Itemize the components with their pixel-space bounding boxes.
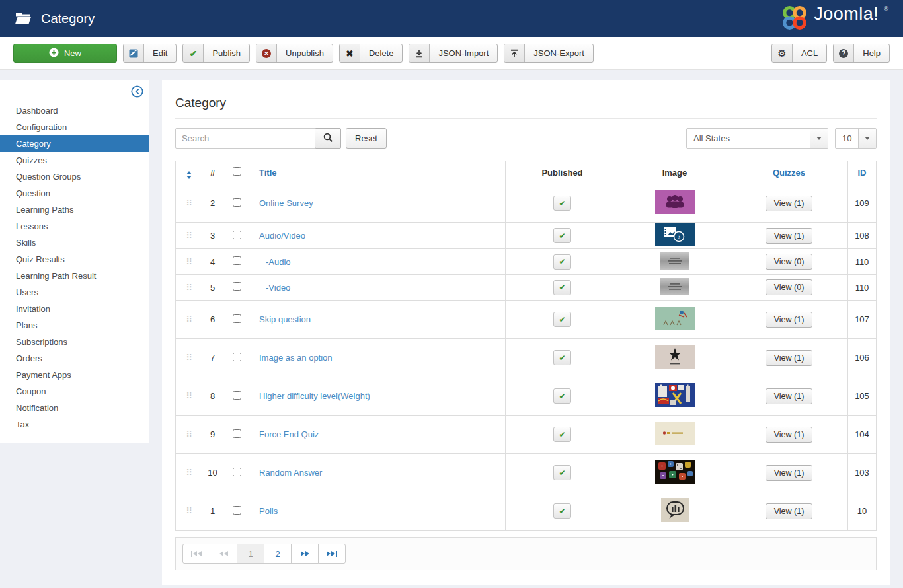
sidebar-item-skills[interactable]: Skills bbox=[0, 235, 149, 251]
view-quizzes-button[interactable]: View (0) bbox=[766, 254, 813, 270]
view-quizzes-button[interactable]: View (1) bbox=[766, 465, 813, 481]
view-quizzes-button[interactable]: View (1) bbox=[766, 312, 813, 328]
row-checkbox[interactable] bbox=[233, 231, 241, 239]
column-header-quizzes[interactable]: Quizzes bbox=[730, 161, 848, 184]
sidebar-item-question-groups[interactable]: Question Groups bbox=[0, 168, 149, 185]
sidebar-item-dashboard[interactable]: Dashboard bbox=[0, 102, 149, 119]
state-filter-select[interactable]: All States bbox=[686, 128, 828, 149]
category-title-link[interactable]: Polls bbox=[259, 506, 278, 516]
drag-handle-icon[interactable]: ⠿ bbox=[186, 506, 192, 516]
edit-button-label: Edit bbox=[144, 48, 176, 58]
published-toggle-button[interactable]: ✔ bbox=[553, 228, 571, 243]
sidebar-item-quizzes[interactable]: Quizzes bbox=[0, 152, 149, 168]
row-checkbox[interactable] bbox=[233, 353, 241, 361]
sidebar-item-learning-paths[interactable]: Learning Paths bbox=[0, 202, 149, 218]
sidebar-item-quiz-results[interactable]: Quiz Results bbox=[0, 251, 149, 268]
unpublish-button[interactable]: ✕ Unpublish bbox=[256, 44, 333, 63]
category-title-link[interactable]: -Audio bbox=[266, 257, 291, 267]
sidebar-item-question[interactable]: Question bbox=[0, 185, 149, 202]
edit-button[interactable]: Edit bbox=[123, 44, 177, 63]
row-checkbox[interactable] bbox=[233, 468, 241, 476]
column-header-ordering[interactable] bbox=[176, 161, 202, 184]
drag-handle-icon[interactable]: ⠿ bbox=[186, 198, 192, 208]
category-title-link[interactable]: Audio/Video bbox=[259, 231, 305, 240]
sidebar-item-tax[interactable]: Tax bbox=[0, 416, 149, 433]
drag-handle-icon[interactable]: ⠿ bbox=[186, 429, 192, 439]
category-title-link[interactable]: -Video bbox=[266, 283, 290, 293]
drag-handle-icon[interactable]: ⠿ bbox=[186, 283, 192, 293]
search-button[interactable] bbox=[315, 128, 341, 149]
pagination-page-2[interactable]: 2 bbox=[264, 544, 292, 564]
column-header-id[interactable]: ID bbox=[848, 161, 877, 184]
published-toggle-button[interactable]: ✔ bbox=[553, 388, 571, 404]
category-title-link[interactable]: Online Survey bbox=[259, 198, 313, 208]
reset-button-label: Reset bbox=[346, 133, 386, 143]
pagination-last-button[interactable] bbox=[318, 544, 346, 564]
category-title-link[interactable]: Higher difficulty level(Weight) bbox=[259, 391, 370, 401]
table-row: ⠿ 10 Random Answer ✔ bbox=[176, 454, 877, 492]
pagination-page-1[interactable]: 1 bbox=[237, 544, 264, 564]
column-header-title[interactable]: Title bbox=[251, 161, 506, 184]
pagination-first-button[interactable] bbox=[182, 544, 210, 564]
row-checkbox[interactable] bbox=[233, 391, 241, 400]
sidebar-item-plans[interactable]: Plans bbox=[0, 317, 149, 334]
sidebar-item-payment-apps[interactable]: Payment Apps bbox=[0, 367, 149, 383]
view-quizzes-button[interactable]: View (1) bbox=[766, 228, 813, 244]
published-toggle-button[interactable]: ✔ bbox=[553, 312, 571, 327]
sidebar-item-lessons[interactable]: Lessons bbox=[0, 218, 149, 235]
drag-handle-icon[interactable]: ⠿ bbox=[186, 468, 192, 478]
published-toggle-button[interactable]: ✔ bbox=[553, 196, 571, 211]
sidebar-item-subscriptions[interactable]: Subscriptions bbox=[0, 334, 149, 350]
category-title-link[interactable]: Force End Quiz bbox=[259, 429, 319, 439]
drag-handle-icon[interactable]: ⠿ bbox=[186, 314, 192, 324]
sidebar-item-users[interactable]: Users bbox=[0, 284, 149, 301]
acl-button[interactable]: ⚙ ACL bbox=[771, 44, 827, 63]
view-quizzes-button[interactable]: View (0) bbox=[766, 279, 813, 295]
json-export-button[interactable]: JSON-Export bbox=[504, 44, 594, 63]
json-import-button[interactable]: JSON-Import bbox=[409, 44, 498, 63]
drag-handle-icon[interactable]: ⠿ bbox=[186, 231, 192, 240]
sidebar-item-orders[interactable]: Orders bbox=[0, 350, 149, 367]
new-button[interactable]: New bbox=[13, 44, 117, 63]
row-checkbox[interactable] bbox=[233, 198, 241, 207]
select-all-checkbox[interactable] bbox=[233, 167, 241, 176]
category-title-link[interactable]: Skip question bbox=[259, 314, 311, 324]
reset-button[interactable]: Reset bbox=[346, 128, 387, 149]
pagination-next-button[interactable] bbox=[291, 544, 319, 564]
row-checkbox[interactable] bbox=[233, 282, 241, 291]
view-quizzes-button[interactable]: View (1) bbox=[766, 503, 813, 519]
drag-handle-icon[interactable]: ⠿ bbox=[186, 391, 192, 401]
delete-button[interactable]: ✖ Delete bbox=[339, 44, 403, 63]
row-checkbox[interactable] bbox=[233, 256, 241, 265]
sidebar-item-coupon[interactable]: Coupon bbox=[0, 383, 149, 400]
sidebar-item-learning-path-result[interactable]: Learning Path Result bbox=[0, 268, 149, 284]
category-title-link[interactable]: Random Answer bbox=[259, 468, 322, 478]
view-quizzes-button[interactable]: View (1) bbox=[766, 350, 813, 366]
view-quizzes-button[interactable]: View (1) bbox=[766, 427, 813, 443]
sidebar-item-category[interactable]: Category bbox=[0, 135, 149, 152]
sidebar-item-configuration[interactable]: Configuration bbox=[0, 119, 149, 135]
search-input[interactable] bbox=[175, 128, 315, 149]
page-size-select[interactable]: 10 bbox=[835, 128, 877, 149]
drag-handle-icon[interactable]: ⠿ bbox=[186, 257, 192, 267]
row-checkbox[interactable] bbox=[233, 506, 241, 515]
view-quizzes-button[interactable]: View (1) bbox=[766, 196, 813, 211]
published-toggle-button[interactable]: ✔ bbox=[553, 254, 571, 270]
help-button[interactable]: ? Help bbox=[833, 44, 890, 63]
published-toggle-button[interactable]: ✔ bbox=[553, 280, 571, 295]
published-toggle-button[interactable]: ✔ bbox=[553, 427, 571, 442]
table-row: ⠿ 6 Skip question ✔ bbox=[176, 301, 877, 339]
row-checkbox[interactable] bbox=[233, 429, 241, 438]
row-checkbox[interactable] bbox=[233, 314, 241, 323]
category-title-link[interactable]: Image as an option bbox=[259, 353, 333, 363]
publish-button[interactable]: ✔ Publish bbox=[182, 44, 250, 63]
published-toggle-button[interactable]: ✔ bbox=[553, 503, 571, 519]
published-toggle-button[interactable]: ✔ bbox=[553, 465, 571, 480]
pagination-previous-button[interactable] bbox=[210, 544, 237, 564]
published-toggle-button[interactable]: ✔ bbox=[553, 350, 571, 365]
sidebar-collapse-icon[interactable] bbox=[131, 85, 143, 100]
view-quizzes-button[interactable]: View (1) bbox=[766, 388, 813, 404]
sidebar-item-invitation[interactable]: Invitation bbox=[0, 301, 149, 317]
sidebar-item-notification[interactable]: Notification bbox=[0, 400, 149, 416]
drag-handle-icon[interactable]: ⠿ bbox=[186, 353, 192, 363]
